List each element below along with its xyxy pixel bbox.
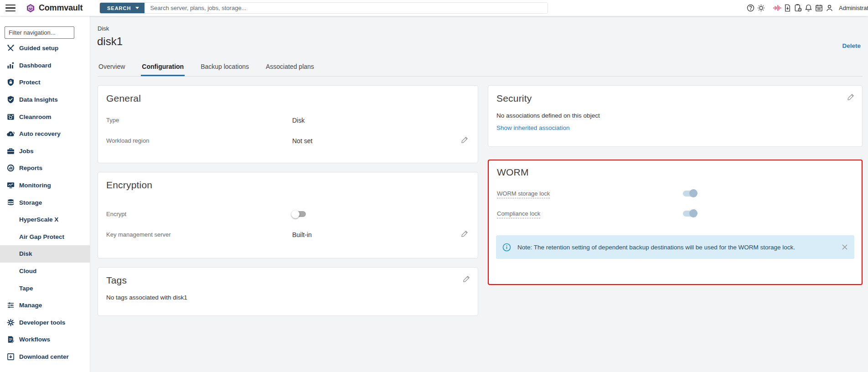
sidebar-item-air-gap-protect[interactable]: Air Gap Protect — [0, 228, 90, 246]
sidebar-item-developer-tools[interactable]: Developer tools — [0, 314, 90, 331]
workload-region-label: Workload region — [106, 137, 292, 144]
compliance-lock-label: Compliance lock — [497, 210, 540, 218]
sidebar-item-workflows[interactable]: Workflows — [0, 331, 90, 348]
sidebar-item-label: Monitoring — [19, 182, 51, 189]
edit-icon[interactable] — [463, 275, 470, 284]
commvault-logo[interactable]: Commvault — [26, 3, 83, 13]
filter-navigation-input[interactable] — [5, 26, 74, 39]
encrypt-row: Encrypt — [98, 204, 478, 224]
sidebar-item-data-insights[interactable]: Data Insights — [0, 91, 90, 108]
user-icon[interactable] — [825, 3, 834, 13]
report-download-icon[interactable] — [783, 3, 792, 13]
database-icon — [6, 198, 16, 207]
main-content: Disk disk1 Delete Overview Configuration… — [90, 16, 868, 372]
sidebar-item-reports[interactable]: Reports — [0, 160, 90, 177]
tools-icon — [6, 44, 16, 53]
sidebar-item-auto-recovery[interactable]: Auto recovery — [0, 125, 90, 143]
worm-storage-lock-label: WORM storage lock — [497, 190, 550, 198]
brand-text: Commvault — [39, 3, 83, 13]
tags-empty-text: No tags associated with disk1 — [106, 294, 469, 301]
delete-button[interactable]: Delete — [842, 42, 861, 49]
download-icon — [6, 352, 16, 361]
theme-toggle-icon[interactable] — [756, 3, 766, 13]
sidebar-item-download-center[interactable]: Download center — [0, 348, 90, 366]
events-icon[interactable] — [814, 3, 824, 13]
close-icon[interactable] — [842, 244, 848, 250]
sidebar-item-label: Download center — [19, 353, 69, 360]
edit-icon[interactable] — [847, 93, 855, 103]
edit-icon[interactable] — [461, 136, 469, 145]
sidebar-item-dashboard[interactable]: Dashboard — [0, 57, 90, 74]
metrics-icon[interactable] — [772, 3, 782, 13]
worm-storage-lock-toggle[interactable] — [683, 191, 697, 196]
sidebar-item-guided-setup[interactable]: Guided setup — [0, 40, 90, 57]
workload-region-value: Not set — [292, 137, 312, 145]
encrypt-toggle[interactable] — [292, 211, 306, 217]
job-summary-icon[interactable] — [793, 3, 803, 13]
breadcrumb[interactable]: Disk — [98, 25, 109, 32]
sidebar-item-label: Cleanroom — [19, 114, 52, 120]
search-input[interactable] — [145, 3, 548, 13]
sidebar-item-cloud[interactable]: Cloud — [0, 263, 90, 280]
worm-storage-lock-row: WORM storage lock — [489, 183, 862, 203]
sidebar-item-label: Manage — [19, 302, 42, 309]
compliance-lock-row: Compliance lock — [489, 203, 862, 223]
global-search: SEARCH — [99, 2, 548, 14]
search-button-label: SEARCH — [107, 5, 131, 11]
sidebar-item-tape[interactable]: Tape — [0, 279, 90, 297]
pie-chart-icon — [6, 164, 16, 173]
sidebar-item-label: Data Insights — [19, 96, 58, 103]
sidebar-item-label: Workflows — [19, 336, 50, 343]
tags-card: Tags No tags associated with disk1 — [98, 267, 478, 316]
help-icon[interactable] — [746, 3, 755, 13]
tab-configuration[interactable]: Configuration — [141, 63, 185, 76]
general-type-row: Type Disk — [98, 110, 478, 130]
encrypt-label: Encrypt — [106, 211, 292, 217]
show-inherited-association-link[interactable]: Show inherited association — [496, 124, 570, 131]
commvault-hexagon-icon — [26, 3, 36, 13]
sidebar-item-label: Storage — [19, 199, 42, 206]
type-label: Type — [106, 117, 292, 124]
search-scope-button[interactable]: SEARCH — [100, 3, 145, 13]
sidebar-item-label: Auto recovery — [19, 130, 61, 137]
sidebar-item-label: Guided setup — [19, 45, 58, 52]
security-empty-text: No associations defined on this object — [496, 112, 853, 119]
tab-associated-plans[interactable]: Associated plans — [265, 63, 315, 76]
tab-backup-locations[interactable]: Backup locations — [200, 63, 250, 76]
security-card-title: Security — [496, 93, 838, 104]
shield-check-icon — [6, 95, 16, 104]
sidebar-item-monitoring[interactable]: Monitoring — [0, 177, 90, 194]
sidebar-item-label: HyperScale X — [19, 216, 58, 223]
shield-lock-icon — [6, 78, 16, 87]
general-card: General Type Disk Workload region Not se… — [98, 85, 478, 163]
sidebar-item-storage[interactable]: Storage — [0, 194, 90, 211]
gear-icon — [6, 318, 16, 327]
sidebar-item-jobs[interactable]: Jobs — [0, 143, 90, 160]
sidebar-item-cleanroom[interactable]: Cleanroom — [0, 108, 90, 125]
cleanroom-icon — [6, 112, 16, 121]
sidebar-item-manage[interactable]: Manage — [0, 297, 90, 314]
top-bar: Commvault SEARCH — [0, 0, 868, 16]
hamburger-menu-icon[interactable] — [5, 5, 16, 12]
sliders-icon — [6, 301, 16, 310]
sidebar-item-disk[interactable]: Disk — [0, 245, 90, 263]
monitor-icon — [6, 181, 16, 190]
general-workload-region-row: Workload region Not set — [98, 130, 478, 151]
briefcase-icon — [6, 146, 16, 155]
sidebar-item-protect[interactable]: Protect — [0, 74, 90, 91]
alerts-bell-icon[interactable] — [804, 3, 813, 13]
worm-card-title: WORM — [497, 167, 852, 178]
worm-note-text: Note: The retention setting of dependent… — [517, 244, 795, 251]
sidebar-item-label: Jobs — [19, 148, 34, 155]
sidebar-item-hyperscale-x[interactable]: HyperScale X — [0, 211, 90, 228]
current-user-name[interactable]: Administrator — [839, 5, 868, 11]
compliance-lock-toggle[interactable] — [683, 211, 697, 217]
sidebar-item-label: Tape — [19, 285, 33, 292]
tab-overview[interactable]: Overview — [98, 63, 126, 76]
sidebar-item-label: Protect — [19, 79, 41, 86]
cloud-recovery-icon — [6, 129, 16, 139]
sidebar-item-label: Developer tools — [19, 319, 65, 326]
edit-icon[interactable] — [461, 230, 469, 239]
key-management-server-row: Key management server Built-in — [98, 224, 478, 245]
key-management-server-label: Key management server — [106, 231, 292, 238]
